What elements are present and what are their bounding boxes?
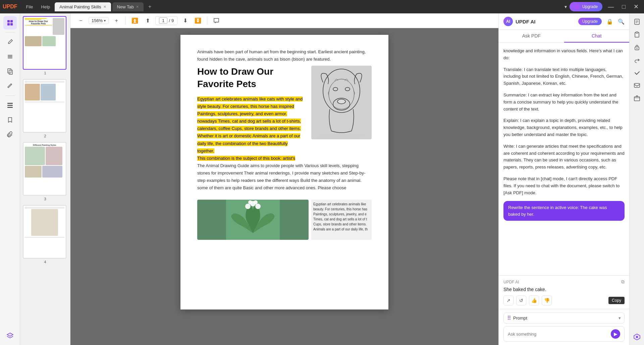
ai-panel: AI UPDF AI Upgrade 🔒 🔍 Ask PDF Chat know… xyxy=(498,13,629,345)
nav-first-button[interactable]: ⏫ xyxy=(130,16,140,26)
zoom-out-button[interactable]: − xyxy=(76,16,86,26)
fr-icon-package[interactable] xyxy=(631,92,643,104)
send-button[interactable]: ▶ xyxy=(611,329,620,339)
app-logo: UPDF xyxy=(3,4,17,10)
nav-prev-button[interactable]: ⬆ xyxy=(143,16,153,26)
fr-icon-lock[interactable] xyxy=(631,42,643,53)
toolbar: − 156% ▾ + ⏫ ⬆ 1 / 9 ⬇ ⏬ xyxy=(70,13,498,28)
pdf-area: Animals have been part of human art from… xyxy=(70,28,498,345)
left-sidebar xyxy=(0,13,20,345)
sidebar-icon-list[interactable] xyxy=(3,50,17,63)
ai-response-text: She baked the cake. xyxy=(503,287,625,292)
tab-label: Animal Painting Skills xyxy=(59,4,101,9)
fr-icon-convert[interactable] xyxy=(631,16,643,27)
ai-header: AI UPDF AI Upgrade 🔒 🔍 xyxy=(499,13,629,30)
sidebar-icon-attachment[interactable] xyxy=(3,128,17,141)
page-total: 9 xyxy=(171,18,174,23)
comment-button[interactable] xyxy=(211,16,221,26)
thumb-label-1: 1 xyxy=(23,71,67,75)
copy-tooltip: Copy xyxy=(608,297,625,304)
ask-input[interactable] xyxy=(508,332,608,337)
nav-next-button[interactable]: ⬇ xyxy=(180,16,190,26)
sidebar-icon-layout[interactable] xyxy=(3,16,17,29)
sidebar-icon-edit[interactable] xyxy=(3,35,17,49)
sidebar-icon-layers[interactable] xyxy=(3,329,17,342)
far-right-sidebar xyxy=(629,13,644,345)
copy-icon-small[interactable]: ⧉ xyxy=(621,279,625,285)
thumbs-down-button[interactable]: 👎 xyxy=(542,295,552,305)
svg-point-23 xyxy=(245,204,251,209)
ask-input-row: ▶ xyxy=(503,326,625,342)
open-external-button[interactable]: ↗ xyxy=(503,295,514,305)
prompt-chevron-icon: ▾ xyxy=(619,316,621,321)
ai-lock-icon: 🔒 xyxy=(606,18,613,25)
thumbnail-page-2[interactable]: 2 xyxy=(23,79,67,138)
sidebar-divider-2 xyxy=(5,95,15,96)
ai-response-area: UPDF AI ⧉ She baked the cake. ↗ ↺ 👍 👎 Co… xyxy=(499,275,629,309)
main-layout: How to Draw Our Favorite Pets 1 xyxy=(0,13,644,345)
fr-icon-check[interactable] xyxy=(631,67,643,78)
svg-point-35 xyxy=(636,48,637,49)
fr-icon-clipboard[interactable] xyxy=(631,29,643,40)
svg-point-18 xyxy=(345,87,350,91)
svg-point-39 xyxy=(636,336,638,338)
sidebar-icon-annotate[interactable] xyxy=(3,79,17,93)
svg-point-13 xyxy=(323,69,360,113)
page-current[interactable]: 1 xyxy=(159,17,167,24)
nav-last-button[interactable]: ⏬ xyxy=(193,16,203,26)
tab-chat[interactable]: Chat xyxy=(564,30,630,43)
ai-response-header: UPDF AI ⧉ xyxy=(503,279,625,285)
tab-close-icon[interactable]: ✕ xyxy=(103,5,106,9)
svg-rect-5 xyxy=(8,56,12,57)
svg-point-25 xyxy=(255,204,261,209)
svg-rect-10 xyxy=(7,105,13,106)
svg-point-16 xyxy=(337,99,345,104)
ai-tabs: Ask PDF Chat xyxy=(499,30,629,43)
tab-animal-painting[interactable]: Animal Painting Skills ✕ xyxy=(55,2,111,11)
pdf-bottom-text: Egyptian art celebrates animals like bea… xyxy=(311,200,372,240)
thumbnail-panel: How to Draw Our Favorite Pets 1 xyxy=(20,13,70,345)
tab-ask-pdf[interactable]: Ask PDF xyxy=(499,30,564,43)
svg-rect-11 xyxy=(7,107,13,108)
ai-search-icon[interactable]: 🔍 xyxy=(618,18,625,25)
regenerate-button[interactable]: ↺ xyxy=(516,295,526,305)
fr-icon-share[interactable] xyxy=(631,54,643,66)
ai-content: knowledge and information in various fie… xyxy=(499,43,629,275)
sidebar-icon-organize[interactable] xyxy=(3,98,17,112)
titlebar: UPDF File Help Animal Painting Skills ✕ … xyxy=(0,0,644,13)
tab-new[interactable]: New Tab ✕ xyxy=(112,2,144,11)
sidebar-icon-pages[interactable] xyxy=(3,65,17,78)
ai-capability-explain: Explain: I can explain a topic in depth,… xyxy=(503,117,625,138)
zoom-selector[interactable]: 156% ▾ xyxy=(89,17,109,24)
close-button[interactable]: ✕ xyxy=(631,2,641,11)
svg-marker-12 xyxy=(7,333,13,336)
thumbnail-page-4[interactable]: 4 xyxy=(23,205,67,264)
svg-rect-8 xyxy=(9,70,12,74)
tab-close-icon[interactable]: ✕ xyxy=(136,5,139,9)
thumbnail-page-3[interactable]: Different Painting Styles 3 xyxy=(23,142,67,201)
zoom-in-button[interactable]: + xyxy=(111,16,121,26)
sidebar-icon-bookmark[interactable] xyxy=(3,113,17,127)
search-dropdown-icon[interactable]: ▾ xyxy=(565,4,567,9)
menu-help[interactable]: Help xyxy=(38,3,54,11)
zoom-dropdown-icon: ▾ xyxy=(104,19,106,22)
fr-icon-ai-tool[interactable] xyxy=(631,331,643,342)
prompt-selector[interactable]: ⠿ Prompt ▾ xyxy=(503,313,625,324)
ai-upgrade-button[interactable]: Upgrade xyxy=(578,18,602,25)
thumbs-up-button[interactable]: 👍 xyxy=(529,295,539,305)
minimize-button[interactable]: — xyxy=(605,3,616,11)
pdf-page: Animals have been part of human art from… xyxy=(180,35,388,309)
titlebar-controls: ▾ Upgrade — □ ✕ xyxy=(565,2,641,11)
fr-icon-mail[interactable] xyxy=(631,80,643,91)
thumb-label-4: 4 xyxy=(23,260,67,264)
thumbnail-page-1[interactable]: How to Draw Our Favorite Pets 1 xyxy=(23,16,67,75)
maximize-button[interactable]: □ xyxy=(619,3,628,11)
menu-file[interactable]: File xyxy=(23,3,37,11)
svg-rect-0 xyxy=(7,20,10,22)
svg-rect-2 xyxy=(7,23,10,25)
new-tab-button[interactable]: + xyxy=(145,2,155,12)
svg-point-26 xyxy=(248,200,252,204)
upgrade-button-titlebar[interactable]: Upgrade xyxy=(570,2,602,11)
thumb-label-3: 3 xyxy=(23,197,67,201)
tab-label: New Tab xyxy=(117,4,134,9)
